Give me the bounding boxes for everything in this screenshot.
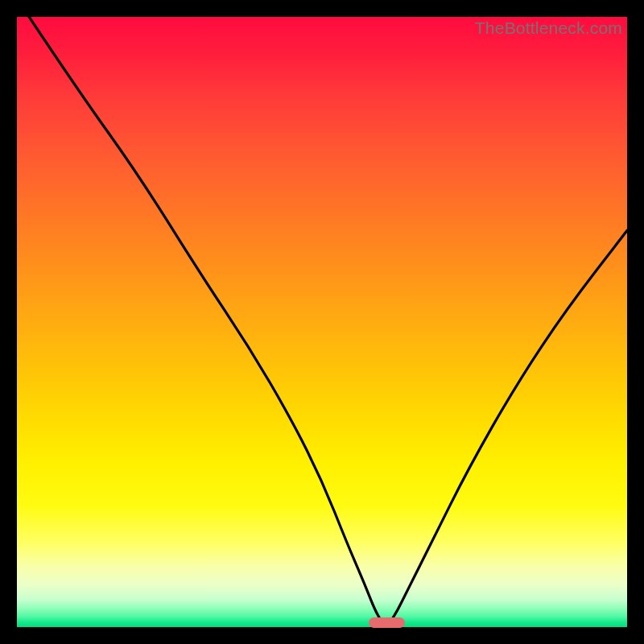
watermark-text: TheBottleneck.com (475, 19, 622, 38)
chart-frame: TheBottleneck.com (0, 0, 644, 644)
bottleneck-curve (17, 17, 627, 627)
plot-area: TheBottleneck.com (17, 17, 627, 627)
optimal-marker (369, 617, 405, 628)
